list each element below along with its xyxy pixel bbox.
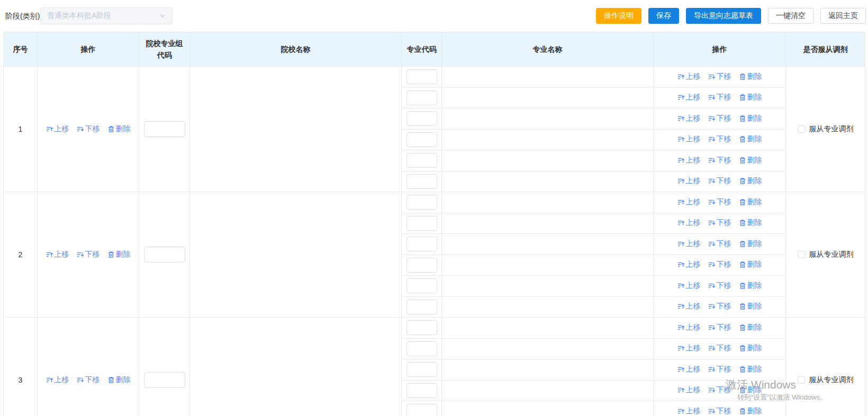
move-down-link[interactable]: 下移 [77,124,100,134]
group-code-input[interactable] [144,121,185,137]
move-up-link[interactable]: 上移 [677,406,701,416]
move-up-link[interactable]: 上移 [677,72,701,82]
move-down-icon [708,366,716,373]
major-code-input[interactable] [406,91,437,105]
major-code-input[interactable] [406,258,437,273]
obey-adjustment-checkbox[interactable] [798,251,805,258]
move-up-link[interactable]: 上移 [677,343,701,353]
move-up-link[interactable]: 上移 [677,365,701,374]
move-up-link[interactable]: 上移 [677,156,701,165]
obey-adjustment-option[interactable]: 服从专业调剂 [798,250,854,259]
move-up-link[interactable]: 上移 [677,281,701,291]
move-up-icon [677,73,685,80]
delete-link[interactable]: 删除 [739,156,762,165]
move-up-link[interactable]: 上移 [677,197,701,207]
delete-link[interactable]: 删除 [739,134,762,144]
move-up-link[interactable]: 上移 [677,385,701,395]
move-down-link[interactable]: 下移 [708,134,731,144]
move-down-link[interactable]: 下移 [708,343,731,353]
move-down-link[interactable]: 下移 [708,218,731,228]
move-up-link[interactable]: 上移 [677,93,701,102]
major-code-cell [402,359,442,381]
move-down-link[interactable]: 下移 [708,323,731,332]
major-code-input[interactable] [406,341,437,356]
move-down-link[interactable]: 下移 [708,176,731,186]
move-up-link[interactable]: 上移 [677,239,701,249]
clear-all-button[interactable]: 一键清空 [768,8,813,24]
major-code-input[interactable] [406,216,437,231]
move-up-label: 上移 [686,156,701,165]
move-down-link[interactable]: 下移 [708,260,731,269]
move-up-link[interactable]: 上移 [677,176,701,186]
move-down-link[interactable]: 下移 [77,375,100,385]
delete-link[interactable]: 删除 [739,239,762,249]
move-down-link[interactable]: 下移 [708,239,731,249]
obey-adjustment-checkbox[interactable] [798,376,805,384]
delete-link[interactable]: 删除 [107,375,131,385]
delete-link[interactable]: 删除 [739,281,762,291]
major-code-input[interactable] [406,174,437,189]
major-code-input[interactable] [406,69,437,84]
delete-link[interactable]: 删除 [739,218,762,228]
delete-link[interactable]: 删除 [107,124,131,134]
major-code-input[interactable] [406,383,437,398]
delete-link[interactable]: 删除 [739,302,762,311]
move-down-icon [708,240,716,248]
delete-link[interactable]: 删除 [739,93,762,102]
major-code-input[interactable] [406,153,437,168]
export-draft-button[interactable]: 导出意向志愿草表 [686,8,761,24]
move-down-link[interactable]: 下移 [708,365,731,374]
group-code-input[interactable] [144,247,185,263]
delete-link[interactable]: 删除 [739,406,762,416]
move-up-link[interactable]: 上移 [677,134,701,144]
delete-link[interactable]: 删除 [739,260,762,269]
move-down-link[interactable]: 下移 [77,250,100,259]
move-down-link[interactable]: 下移 [708,385,731,395]
move-down-link[interactable]: 下移 [708,93,731,102]
stage-select[interactable]: 普通类本科批A阶段 [40,7,173,24]
obey-adjustment-option[interactable]: 服从专业调剂 [798,124,854,134]
move-down-link[interactable]: 下移 [708,156,731,165]
move-down-link[interactable]: 下移 [708,114,731,123]
move-down-label: 下移 [717,72,731,82]
seq-cell: 2 [4,192,38,318]
major-code-input[interactable] [406,195,437,210]
delete-link[interactable]: 删除 [739,114,762,123]
delete-link[interactable]: 删除 [739,343,762,353]
major-code-input[interactable] [406,320,437,335]
delete-link[interactable]: 删除 [739,197,762,207]
delete-link[interactable]: 删除 [739,176,762,186]
instructions-button[interactable]: 操作说明 [596,8,641,24]
move-up-link[interactable]: 上移 [677,114,701,123]
major-code-input[interactable] [406,278,437,293]
major-code-input[interactable] [406,300,437,314]
delete-link[interactable]: 删除 [739,72,762,82]
move-down-link[interactable]: 下移 [708,302,731,311]
obey-adjustment-checkbox[interactable] [798,125,805,133]
delete-link[interactable]: 删除 [739,323,762,332]
group-code-input[interactable] [144,372,185,388]
move-up-link[interactable]: 上移 [677,302,701,311]
delete-link[interactable]: 删除 [107,250,131,259]
major-code-input[interactable] [406,237,437,251]
move-up-link[interactable]: 上移 [46,250,69,259]
move-down-link[interactable]: 下移 [708,72,731,82]
major-code-input[interactable] [406,132,437,147]
major-code-input[interactable] [406,111,437,126]
move-down-link[interactable]: 下移 [708,406,731,416]
major-code-input[interactable] [406,362,437,377]
move-down-label: 下移 [717,365,731,374]
obey-adjustment-option[interactable]: 服从专业调剂 [798,375,854,385]
move-up-link[interactable]: 上移 [46,124,69,134]
move-down-link[interactable]: 下移 [708,281,731,291]
major-code-input[interactable] [406,404,437,416]
move-down-link[interactable]: 下移 [708,197,731,207]
move-up-link[interactable]: 上移 [677,260,701,269]
delete-link[interactable]: 删除 [739,385,762,395]
move-up-link[interactable]: 上移 [677,218,701,228]
back-home-button[interactable]: 返回主页 [820,8,866,24]
delete-link[interactable]: 删除 [739,365,762,374]
move-up-link[interactable]: 上移 [46,375,69,385]
move-up-link[interactable]: 上移 [677,323,701,332]
save-button[interactable]: 保存 [648,8,679,24]
